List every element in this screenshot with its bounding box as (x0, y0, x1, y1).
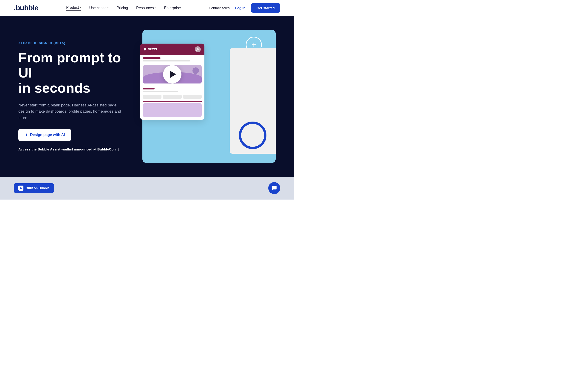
navbar: .bubble Product ▾ Use cases ▾ Pricing Re… (0, 0, 294, 16)
mock-line-accent-2 (143, 88, 155, 90)
play-button[interactable] (163, 65, 182, 83)
mock-header-left: NEWS (144, 48, 157, 51)
mock-line-short (143, 91, 178, 92)
nav-item-resources[interactable]: Resources ▾ (136, 6, 156, 10)
mock-row-box-1 (143, 95, 162, 99)
mock-lines-2 (140, 86, 204, 95)
arrow-down-icon: ↓ (118, 147, 120, 151)
nav-item-product[interactable]: Product ▾ (66, 6, 81, 10)
illustration-container: + NEWS (142, 30, 276, 163)
mock-image-circle (192, 67, 199, 74)
waitlist-link[interactable]: Access the Bubble Assist waitlist announ… (18, 147, 138, 151)
get-started-button[interactable]: Get started (251, 3, 280, 13)
nav-center: Product ▾ Use cases ▾ Pricing Resources … (66, 6, 181, 10)
design-page-ai-button[interactable]: ✦ Design page with AI (18, 129, 71, 141)
mock-lines (140, 55, 204, 65)
login-link[interactable]: Log in (235, 6, 246, 10)
mock-image-block (143, 65, 202, 83)
mock-news-label: NEWS (148, 48, 157, 51)
chat-button[interactable] (268, 182, 280, 194)
mock-avatar (195, 46, 201, 52)
hero-subtitle: Never start from a blank page. Harness A… (18, 102, 124, 121)
footer-bar: b Built on Bubble (0, 177, 294, 200)
hero-title: From prompt to UI in seconds (18, 50, 138, 96)
mock-line-medium (143, 60, 190, 61)
nav-item-enterprise[interactable]: Enterprise (164, 6, 181, 10)
mock-line-accent (143, 57, 161, 59)
mock-row (140, 95, 204, 100)
nav-item-pricing[interactable]: Pricing (117, 6, 128, 10)
contact-sales-link[interactable]: Contact sales (209, 6, 230, 10)
chevron-down-icon: ▾ (155, 7, 156, 9)
mock-bottom-block (143, 103, 202, 117)
built-on-bubble-button[interactable]: b Built on Bubble (14, 183, 54, 193)
nav-item-usecases[interactable]: Use cases ▾ (89, 6, 108, 10)
blue-circle-decoration (239, 122, 267, 149)
bubble-logo-small: b (18, 186, 23, 191)
mock-row-box-3 (183, 95, 202, 99)
logo[interactable]: .bubble (14, 4, 38, 12)
hero-left: AI PAGE DESIGNER (BETA) From prompt to U… (18, 41, 138, 151)
mock-card: NEWS (140, 44, 204, 120)
chevron-down-icon: ▾ (107, 7, 108, 9)
hero-badge: AI PAGE DESIGNER (BETA) (18, 41, 138, 45)
hero-right: + NEWS (138, 30, 280, 163)
mock-divider (143, 101, 202, 102)
mock-row-box-2 (163, 95, 182, 99)
mock-card-header: NEWS (140, 44, 204, 55)
play-triangle-icon (170, 71, 176, 78)
hero-section: AI PAGE DESIGNER (BETA) From prompt to U… (0, 16, 294, 177)
nav-right: Contact sales Log in Get started (209, 3, 280, 13)
chevron-down-icon: ▾ (80, 6, 81, 9)
mock-dot (144, 48, 146, 50)
ai-icon: ✦ (25, 133, 28, 137)
